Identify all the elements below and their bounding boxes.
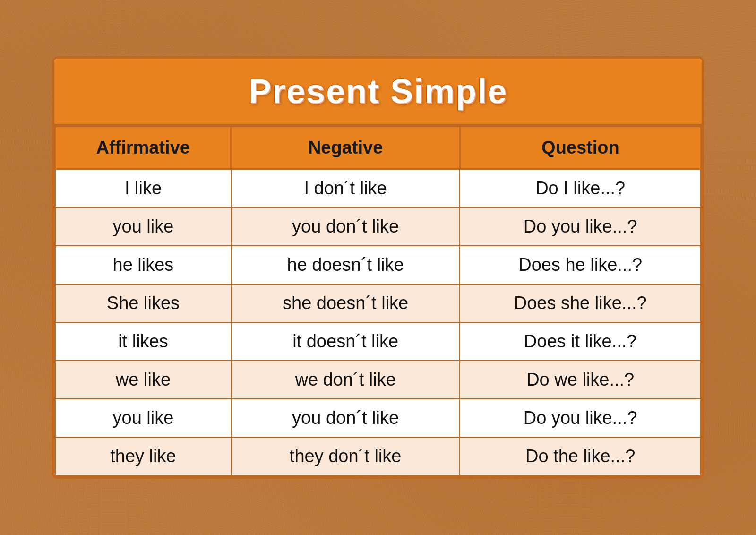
cell-affirmative-3: She likes	[55, 284, 231, 322]
cell-negative-2: he doesn´t like	[231, 246, 460, 284]
cell-affirmative-1: you like	[55, 207, 231, 246]
cell-question-3: Does she like...?	[460, 284, 701, 322]
title-bar: Present Simple	[54, 59, 702, 126]
table-row: he likeshe doesn´t likeDoes he like...?	[55, 246, 701, 284]
table-row: you likeyou don´t likeDo you like...?	[55, 207, 701, 246]
header-affirmative: Affirmative	[55, 127, 231, 169]
cell-affirmative-4: it likes	[55, 322, 231, 361]
table-row: you likeyou don´t likeDo you like...?	[55, 399, 701, 437]
table-row: they likethey don´t likeDo the like...?	[55, 437, 701, 476]
cell-affirmative-6: you like	[55, 399, 231, 437]
cell-affirmative-2: he likes	[55, 246, 231, 284]
cell-negative-4: it doesn´t like	[231, 322, 460, 361]
cell-question-0: Do I like...?	[460, 169, 701, 208]
cell-affirmative-5: we like	[55, 361, 231, 399]
header-question: Question	[460, 127, 701, 169]
cell-question-5: Do we like...?	[460, 361, 701, 399]
cell-question-2: Does he like...?	[460, 246, 701, 284]
table-row: I likeI don´t likeDo I like...?	[55, 169, 701, 208]
cell-question-7: Do the like...?	[460, 437, 701, 476]
cell-affirmative-0: I like	[55, 169, 231, 208]
table-row: we likewe don´t likeDo we like...?	[55, 361, 701, 399]
header-negative: Negative	[231, 127, 460, 169]
cell-question-6: Do you like...?	[460, 399, 701, 437]
cell-question-4: Does it like...?	[460, 322, 701, 361]
table-row: She likesshe doesn´t likeDoes she like..…	[55, 284, 701, 322]
cell-negative-0: I don´t like	[231, 169, 460, 208]
cell-negative-1: you don´t like	[231, 207, 460, 246]
cell-affirmative-7: they like	[55, 437, 231, 476]
table-header-row: Affirmative Negative Question	[55, 127, 701, 169]
cell-question-1: Do you like...?	[460, 207, 701, 246]
conjugation-table: Affirmative Negative Question I likeI do…	[54, 126, 702, 476]
page-title: Present Simple	[249, 72, 507, 110]
cell-negative-5: we don´t like	[231, 361, 460, 399]
cell-negative-6: you don´t like	[231, 399, 460, 437]
cell-negative-3: she doesn´t like	[231, 284, 460, 322]
cell-negative-7: they don´t like	[231, 437, 460, 476]
main-card: Present Simple Affirmative Negative Ques…	[52, 56, 704, 479]
table-row: it likesit doesn´t likeDoes it like...?	[55, 322, 701, 361]
